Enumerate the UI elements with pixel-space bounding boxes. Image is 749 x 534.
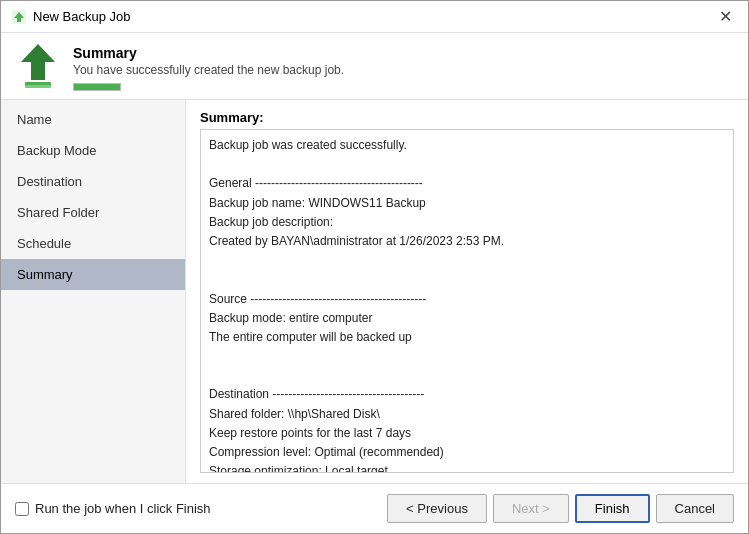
summary-label: Summary:	[200, 110, 734, 125]
close-button[interactable]: ✕	[713, 5, 738, 28]
sidebar-item-backup-mode[interactable]: Backup Mode	[1, 135, 185, 166]
progress-bar	[73, 83, 121, 91]
cancel-button[interactable]: Cancel	[656, 494, 734, 523]
next-button[interactable]: Next >	[493, 494, 569, 523]
svg-marker-2	[21, 44, 55, 80]
checkbox-area: Run the job when I click Finish	[15, 501, 379, 516]
backup-arrow-icon	[17, 42, 59, 90]
summary-text-box: Backup job was created successfully. Gen…	[200, 129, 734, 473]
sidebar-item-shared-folder[interactable]: Shared Folder	[1, 197, 185, 228]
title-bar: New Backup Job ✕	[1, 1, 748, 33]
sidebar-item-summary[interactable]: Summary	[1, 259, 185, 290]
header-text: Summary You have successfully created th…	[73, 45, 344, 91]
main-panel: Summary: Backup job was created successf…	[186, 100, 748, 483]
sidebar-item-name[interactable]: Name	[1, 104, 185, 135]
run-on-finish-checkbox[interactable]	[15, 502, 29, 516]
finish-button[interactable]: Finish	[575, 494, 650, 523]
header-icon-area	[17, 45, 59, 87]
window: New Backup Job ✕ Summary You have succes…	[0, 0, 749, 534]
content-area: Name Backup Mode Destination Shared Fold…	[1, 100, 748, 483]
previous-button[interactable]: < Previous	[387, 494, 487, 523]
header-subtitle: You have successfully created the new ba…	[73, 63, 344, 77]
header-section: Summary You have successfully created th…	[1, 33, 748, 100]
sidebar: Name Backup Mode Destination Shared Fold…	[1, 100, 186, 483]
window-title: New Backup Job	[33, 9, 131, 24]
footer: Run the job when I click Finish < Previo…	[1, 483, 748, 533]
progress-bar-fill	[74, 84, 120, 90]
svg-rect-4	[25, 85, 51, 88]
header-title: Summary	[73, 45, 344, 61]
app-icon	[11, 9, 27, 25]
button-row: < Previous Next > Finish Cancel	[387, 494, 734, 523]
title-bar-left: New Backup Job	[11, 9, 131, 25]
checkbox-label[interactable]: Run the job when I click Finish	[35, 501, 211, 516]
sidebar-item-destination[interactable]: Destination	[1, 166, 185, 197]
sidebar-item-schedule[interactable]: Schedule	[1, 228, 185, 259]
